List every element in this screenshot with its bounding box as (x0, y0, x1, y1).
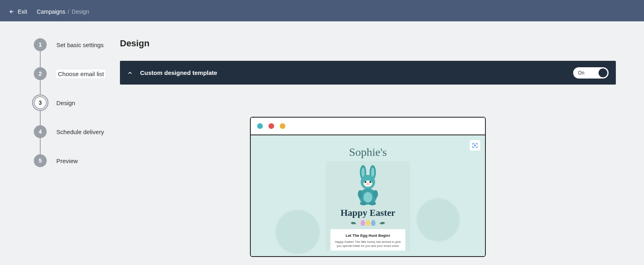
svg-point-13 (373, 190, 378, 198)
step-choose-email-list[interactable]: 2 Choose email list (34, 67, 120, 96)
template-toggle[interactable]: On (573, 67, 609, 79)
svg-point-15 (369, 201, 376, 205)
egg-pink-icon (361, 220, 365, 226)
step-design[interactable]: 3 Design (34, 96, 120, 125)
exit-label: Exit (18, 8, 27, 15)
svg-point-12 (358, 190, 363, 198)
svg-point-9 (367, 184, 369, 185)
svg-point-3 (361, 168, 365, 177)
browser-mock-frame: Sophie's (250, 117, 486, 257)
top-navigation-bar: Exit Campaigns / Design (0, 2, 644, 21)
arrow-left-icon (9, 9, 14, 14)
step-number-1: 1 (34, 38, 47, 51)
email-box-text: Happy Easter! The little bunny has arriv… (334, 240, 401, 248)
svg-point-8 (369, 181, 371, 183)
step-label-2: Choose email list (56, 70, 105, 78)
page-title: Design (120, 38, 616, 49)
easter-eggs-decoration (328, 220, 408, 226)
exit-link[interactable]: Exit (9, 8, 27, 15)
step-preview[interactable]: 5 Preview (34, 154, 120, 167)
wizard-steps-sidebar: 1 Set basic settings 2 Choose email list… (0, 21, 120, 257)
step-label-5: Preview (56, 157, 78, 164)
breadcrumb: Campaigns / Design (37, 8, 89, 15)
bunny-illustration (353, 165, 382, 205)
email-brand-name: Sophie's (251, 146, 485, 159)
breadcrumb-current: Design (72, 8, 89, 15)
step-label-4: Schedule delivery (56, 128, 104, 135)
browser-mock-header (251, 118, 485, 135)
bunny-icon (353, 165, 382, 205)
main-content: Design Custom designed template On (120, 21, 644, 257)
step-number-2: 2 (34, 67, 47, 80)
egg-blue-icon (371, 220, 376, 226)
svg-point-14 (360, 201, 367, 205)
window-dot-yellow-icon (280, 123, 285, 129)
step-number-3: 3 (34, 96, 47, 109)
toggle-label: On (578, 70, 584, 76)
breadcrumb-campaigns[interactable]: Campaigns (37, 8, 65, 15)
fullscreen-icon (472, 142, 478, 149)
leaf-right-icon (380, 222, 388, 226)
step-number-5: 5 (34, 154, 47, 167)
step-basic-settings[interactable]: 1 Set basic settings (34, 38, 120, 67)
accordion-custom-template[interactable]: Custom designed template On (120, 61, 616, 85)
breadcrumb-separator: / (68, 8, 69, 15)
template-preview-wrap: Sophie's (120, 117, 616, 257)
step-number-4: 4 (34, 125, 47, 138)
svg-point-11 (363, 192, 372, 203)
email-headline: Happy Easter (328, 208, 408, 218)
fullscreen-button[interactable] (470, 140, 480, 151)
window-dot-teal-icon (257, 123, 263, 129)
svg-point-4 (371, 168, 374, 177)
email-text-box: Let The Egg Hunt Begin! Happy Easter! Th… (330, 229, 405, 251)
email-box-title: Let The Egg Hunt Begin! (334, 233, 401, 238)
email-preview-canvas: Sophie's (251, 135, 485, 256)
email-card: Happy Easter Let The Egg Hunt Begin! Hap… (326, 161, 410, 251)
step-label-1: Set basic settings (56, 41, 104, 48)
leaf-left-icon (347, 222, 356, 226)
toggle-knob (599, 68, 607, 77)
svg-point-7 (365, 181, 366, 183)
svg-point-0 (475, 145, 476, 146)
step-label-3: Design (56, 99, 75, 106)
chevron-up-icon (127, 70, 133, 76)
accordion-title: Custom designed template (140, 69, 217, 76)
step-schedule-delivery[interactable]: 4 Schedule delivery (34, 125, 120, 154)
egg-yellow-icon (366, 220, 370, 226)
window-dot-red-icon (268, 123, 274, 129)
